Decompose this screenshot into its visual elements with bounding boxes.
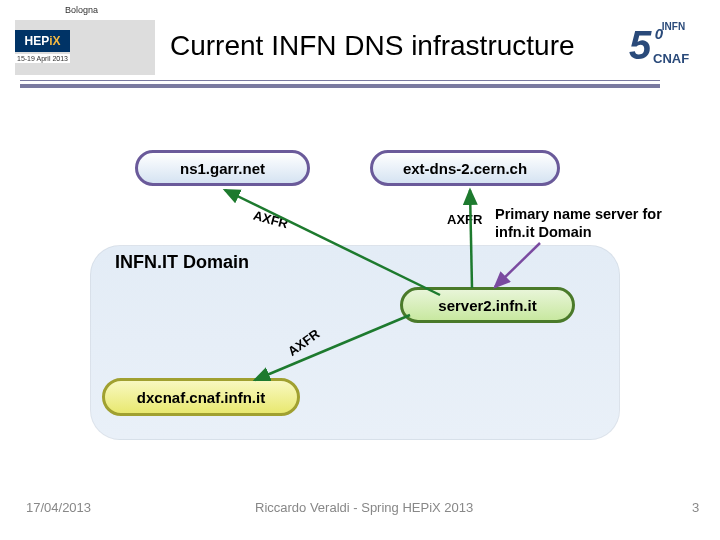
slide-header: Bologna HEPiX 15-19 April 2013 Current I… bbox=[0, 0, 720, 95]
header-rule-thin bbox=[20, 80, 660, 81]
bologna-label: Bologna bbox=[62, 4, 101, 16]
fifty-main: 5 0 INFN CNAF bbox=[629, 23, 651, 68]
hepix-suffix: iX bbox=[49, 34, 60, 48]
node-ext-dns: ext-dns-2.cern.ch bbox=[370, 150, 560, 186]
footer-date: 17/04/2013 bbox=[26, 500, 91, 515]
node-server2: server2.infn.it bbox=[400, 287, 575, 323]
node-dxcnaf: dxcnaf.cnaf.infn.it bbox=[102, 378, 300, 416]
conference-dates: 15-19 April 2013 bbox=[15, 54, 70, 63]
infn-50-logo: 5 0 INFN CNAF bbox=[580, 18, 700, 73]
slide-title: Current INFN DNS infrastructure bbox=[170, 30, 575, 62]
axfr-label-2: AXFR bbox=[447, 212, 482, 227]
hepix-prefix: HEP bbox=[24, 34, 49, 48]
infn-domain-label: INFN.IT Domain bbox=[115, 252, 249, 273]
axfr-label-1: AXFR bbox=[252, 208, 290, 232]
node-ns1: ns1.garr.net bbox=[135, 150, 310, 186]
footer-author: Riccardo Veraldi - Spring HEPiX 2013 bbox=[255, 500, 473, 515]
fifty-infn: INFN bbox=[662, 21, 685, 32]
primary-nameserver-annotation: Primary name server for infn.it Domain bbox=[495, 205, 695, 241]
hepix-badge: HEPiX bbox=[15, 30, 70, 52]
header-rule-thick bbox=[20, 84, 660, 88]
footer-page-number: 3 bbox=[692, 500, 699, 515]
fifty-cnaf: CNAF bbox=[653, 51, 689, 66]
